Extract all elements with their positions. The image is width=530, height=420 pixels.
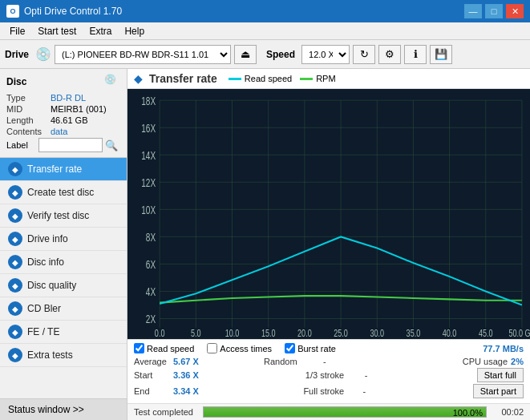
- disc-length-val: 46.61 GB: [51, 115, 87, 125]
- nav-drive-info[interactable]: ◆ Drive info: [0, 228, 127, 251]
- eject-button[interactable]: ⏏: [234, 45, 257, 64]
- stat-start-val: 3.36 X: [173, 370, 205, 380]
- progress-pct: 100.0%: [453, 407, 483, 418]
- config-button[interactable]: ⚙: [378, 45, 401, 64]
- stat-fullstroke-val: -: [362, 386, 378, 396]
- nav-icon-transfer-rate: ◆: [8, 162, 22, 176]
- app-icon: O: [6, 5, 19, 18]
- disc-label-icon[interactable]: 🔍: [105, 139, 118, 151]
- nav-label-verify-test-disc: Verify test disc: [27, 210, 89, 221]
- disc-label-key: Label: [6, 140, 38, 150]
- disc-info-icon[interactable]: 💿: [104, 74, 120, 90]
- svg-text:14X: 14X: [141, 149, 156, 162]
- minimize-button[interactable]: —: [464, 4, 482, 18]
- checkbox-burst-rate[interactable]: Burst rate: [285, 343, 336, 353]
- stat-average-val: 5.67 X: [173, 357, 205, 366]
- disc-label-row: Label 🔍: [6, 138, 120, 152]
- checkbox-access-times[interactable]: Access times: [207, 343, 272, 353]
- burst-rate-number: 77.7 MB/s: [483, 344, 524, 353]
- title-bar: O Opti Drive Control 1.70 — □ ✕: [0, 0, 530, 22]
- svg-text:12X: 12X: [141, 176, 156, 189]
- menu-start-test[interactable]: Start test: [31, 24, 83, 38]
- disc-contents-key: Contents: [6, 127, 51, 136]
- stats-row-3: End 3.34 X Full stroke - Start part: [134, 384, 524, 398]
- nav-label-transfer-rate: Transfer rate: [27, 164, 82, 175]
- stat-average-label: Average: [134, 357, 170, 366]
- info-button[interactable]: ℹ: [404, 45, 427, 64]
- stat-end-label: End: [134, 386, 170, 396]
- access-times-checkbox-label: Access times: [220, 344, 272, 353]
- nav-verify-test-disc[interactable]: ◆ Verify test disc: [0, 204, 127, 228]
- drive-select[interactable]: (L:) PIONEER BD-RW BDR-S11 1.01: [55, 45, 231, 64]
- disc-type-key: Type: [6, 93, 51, 103]
- stat-average-group: Average 5.67 X: [134, 357, 264, 366]
- nav-icon-extra-tests: ◆: [8, 348, 22, 362]
- nav-disc-info[interactable]: ◆ Disc info: [0, 251, 127, 274]
- nav-extra-tests[interactable]: ◆ Extra tests: [0, 344, 127, 367]
- drive-icon: 💿: [35, 46, 51, 62]
- chart-area: 18X 16X 14X 12X 10X 8X 6X 4X 2X 0.0 5.0 …: [127, 89, 530, 339]
- stat-random-label: Random: [264, 357, 320, 366]
- stats-row-2: Start 3.36 X 1/3 stroke - Start full: [134, 368, 524, 382]
- refresh-button[interactable]: ↻: [353, 45, 375, 64]
- burst-rate-checkbox[interactable]: [285, 343, 295, 353]
- legend-rpm-color: [300, 78, 313, 80]
- stat-random-group: Random -: [264, 357, 394, 366]
- stats-row-1: Average 5.67 X Random - CPU usage 2%: [134, 357, 524, 366]
- nav-icon-fe-te: ◆: [8, 325, 22, 339]
- svg-text:5.0: 5.0: [191, 328, 201, 339]
- disc-contents-val: data: [51, 127, 67, 136]
- nav-fe-te[interactable]: ◆ FE / TE: [0, 321, 127, 344]
- toolbar: Drive 💿 (L:) PIONEER BD-RW BDR-S11 1.01 …: [0, 40, 530, 69]
- checkbox-read-speed[interactable]: Read speed: [134, 343, 194, 353]
- svg-text:20.0: 20.0: [297, 328, 312, 339]
- nav-label-disc-info: Disc info: [27, 256, 64, 268]
- menu-help[interactable]: Help: [118, 24, 151, 38]
- svg-text:16X: 16X: [141, 122, 156, 135]
- disc-title: Disc: [6, 76, 26, 87]
- cpu-label: CPU usage: [463, 357, 508, 366]
- chart-legend: Read speed RPM: [229, 74, 336, 83]
- save-button[interactable]: 💾: [430, 45, 452, 64]
- stat-start-group: Start 3.36 X: [134, 368, 305, 382]
- nav-transfer-rate[interactable]: ◆ Transfer rate: [0, 158, 127, 181]
- progress-time: 00:02: [492, 407, 524, 417]
- start-full-button[interactable]: Start full: [477, 368, 524, 382]
- nav-create-test-disc[interactable]: ◆ Create test disc: [0, 181, 127, 204]
- access-times-checkbox[interactable]: [207, 343, 217, 353]
- legend-rpm: RPM: [300, 74, 335, 83]
- stat-end-group: End 3.34 X: [134, 384, 303, 398]
- close-button[interactable]: ✕: [506, 4, 524, 18]
- svg-text:25.0: 25.0: [334, 328, 348, 339]
- nav-cd-bler[interactable]: ◆ CD Bler: [0, 297, 127, 321]
- maximize-button[interactable]: □: [485, 4, 503, 18]
- disc-label-input[interactable]: [38, 138, 103, 152]
- nav-list: ◆ Transfer rate ◆ Create test disc ◆ Ver…: [0, 158, 127, 398]
- stat-end-val: 3.34 X: [173, 386, 205, 396]
- legend-read-speed-label: Read speed: [245, 74, 292, 83]
- drive-label: Drive: [5, 49, 29, 60]
- nav-icon-disc-info: ◆: [8, 255, 22, 269]
- nav-label-drive-info: Drive info: [27, 233, 68, 244]
- stat-fullstroke-group: Full stroke -: [303, 384, 472, 398]
- start-part-button[interactable]: Start part: [473, 384, 524, 398]
- progress-label: Test completed: [134, 407, 198, 417]
- status-window-button[interactable]: Status window >>: [0, 398, 127, 420]
- svg-text:18X: 18X: [141, 95, 156, 107]
- chart-icon: ◆: [134, 72, 143, 85]
- svg-text:30.0: 30.0: [370, 328, 384, 339]
- speed-select[interactable]: 12.0 X ↓: [301, 45, 350, 64]
- disc-length-row: Length 46.61 GB: [6, 115, 120, 125]
- nav-icon-disc-quality: ◆: [8, 278, 22, 293]
- svg-text:4X: 4X: [146, 285, 156, 298]
- stat-stroke13-group: 1/3 stroke -: [305, 368, 477, 382]
- stat-stroke13-val: -: [365, 370, 381, 380]
- menu-file[interactable]: File: [3, 24, 31, 38]
- chart-title: Transfer rate: [149, 72, 217, 85]
- nav-disc-quality[interactable]: ◆ Disc quality: [0, 274, 127, 297]
- nav-icon-drive-info: ◆: [8, 232, 22, 246]
- nav-label-disc-quality: Disc quality: [27, 280, 76, 291]
- disc-mid-val: MEIRB1 (001): [51, 104, 107, 114]
- read-speed-checkbox[interactable]: [134, 343, 144, 353]
- menu-extra[interactable]: Extra: [83, 24, 118, 38]
